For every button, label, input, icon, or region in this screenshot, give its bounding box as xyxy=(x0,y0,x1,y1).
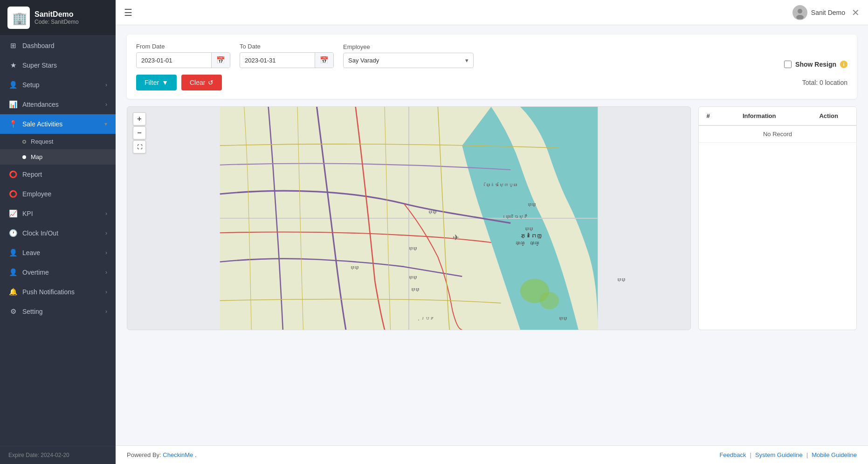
sidebar-item-label: Super Stars xyxy=(22,62,107,69)
main-area: ☰ Sanit Demo ✕ From Dat xyxy=(116,0,868,464)
sidebar-item-label: Setting xyxy=(22,308,105,315)
sale-activities-icon: 📍 xyxy=(8,119,18,129)
svg-text:ណ្ណូ: ណ្ណូ xyxy=(428,210,437,215)
svg-text:ប្រទ: ប្រទ xyxy=(418,316,434,321)
chevron-right-icon: › xyxy=(105,249,107,256)
sidebar-item-request[interactable]: Request xyxy=(0,134,116,149)
sidebar-item-employee[interactable]: ⭕ Employee xyxy=(0,184,116,204)
powered-by-text: Powered By: xyxy=(127,451,161,458)
table-header-row: # Information Action xyxy=(699,107,856,125)
bell-icon: 🔔 xyxy=(8,287,18,297)
table-head: # Information Action xyxy=(699,107,856,125)
sidebar-item-dashboard[interactable]: ⊞ Dashboard xyxy=(0,36,116,55)
show-resign-checkbox[interactable] xyxy=(784,61,792,68)
fullscreen-button[interactable]: ⛶ xyxy=(133,140,146,153)
footer: Powered By: CheckinMe . Feedback | Syste… xyxy=(116,445,868,464)
to-date-field: To Date 📅 xyxy=(240,43,334,68)
svg-text:ណ្ដែចស្លែបូណ: ណ្ដែចស្លែបូណ xyxy=(484,182,517,187)
chevron-right-icon: › xyxy=(105,230,107,236)
sidebar-item-report[interactable]: ⭕ Report xyxy=(0,165,116,184)
sidebar-item-label: Employee xyxy=(22,190,107,198)
svg-text:ណ្ណូ: ណ្ណូ xyxy=(409,246,417,251)
topbar-left: ☰ xyxy=(124,7,132,18)
separator-1: | xyxy=(750,451,751,458)
employee-select[interactable]: Say Varady xyxy=(344,53,461,68)
total-label: Total: 0 location xyxy=(802,79,847,86)
zoom-out-button[interactable]: − xyxy=(133,126,146,139)
system-guideline-link[interactable]: System Guideline xyxy=(755,451,803,458)
dot-icon xyxy=(22,140,26,144)
sidebar-item-push-notifications[interactable]: 🔔 Push Notifications › xyxy=(0,282,116,302)
topbar-right: Sanit Demo ✕ xyxy=(792,5,860,20)
svg-text:ណ្ណូ: ណ្ណូ xyxy=(528,202,536,207)
svg-text:ណ្ណូ: ណ្ណូ xyxy=(617,277,626,282)
to-date-label: To Date xyxy=(240,43,334,50)
show-resign-label[interactable]: Show Resign xyxy=(795,61,836,68)
period: . xyxy=(195,451,197,458)
svg-text:ណ្ណូ: ណ្ណូ xyxy=(559,316,567,321)
close-button[interactable]: ✕ xyxy=(852,7,860,18)
gear-icon: ⚙ xyxy=(8,307,18,316)
brand-link[interactable]: CheckinMe xyxy=(163,451,193,458)
show-resign-wrap: Show Resign i xyxy=(784,61,847,68)
refresh-icon: ↺ xyxy=(208,79,214,86)
filter-label: Filter xyxy=(145,79,159,86)
from-date-calendar-icon[interactable]: 📅 xyxy=(211,53,230,68)
sidebar-item-super-stars[interactable]: ★ Super Stars xyxy=(0,55,116,75)
sidebar-sub-label: Map xyxy=(31,153,42,160)
svg-text:🏢: 🏢 xyxy=(12,11,27,26)
chevron-right-icon: › xyxy=(105,101,107,108)
table-body: No Record xyxy=(699,125,856,143)
filter-fields: From Date 📅 To Date 📅 Employee xyxy=(136,43,847,68)
employee-icon: ⭕ xyxy=(8,189,18,199)
separator-2: | xyxy=(806,451,808,458)
col-action: Action xyxy=(801,107,856,125)
feedback-link[interactable]: Feedback xyxy=(719,451,746,458)
sidebar-item-clock-in-out[interactable]: 🕐 Clock In/Out › xyxy=(0,223,116,243)
chevron-right-icon: › xyxy=(105,82,107,88)
sidebar-item-kpi[interactable]: 📈 KPI › xyxy=(0,204,116,223)
map-controls: + − ⛶ xyxy=(133,112,146,153)
user-name: Sanit Demo xyxy=(811,9,845,16)
to-date-calendar-icon[interactable]: 📅 xyxy=(315,53,333,68)
sidebar-item-attendances[interactable]: 📊 Attendances › xyxy=(0,95,116,114)
footer-left: Powered By: CheckinMe . xyxy=(127,451,197,458)
mobile-guideline-link[interactable]: Mobile Guideline xyxy=(812,451,857,458)
filter-button[interactable]: Filter ▼ xyxy=(136,75,177,90)
overtime-icon: 👤 xyxy=(8,268,18,277)
menu-toggle-button[interactable]: ☰ xyxy=(124,7,132,18)
avatar xyxy=(792,5,807,20)
from-date-input[interactable] xyxy=(137,53,211,68)
zoom-in-button[interactable]: + xyxy=(133,112,146,125)
sidebar-item-setting[interactable]: ⚙ Setting › xyxy=(0,302,116,321)
sidebar-item-overtime[interactable]: 👤 Overtime › xyxy=(0,263,116,282)
clock-icon: 🕐 xyxy=(8,229,18,238)
clear-button[interactable]: Clear ↺ xyxy=(181,75,222,90)
brand-code: Code: SanitDemo xyxy=(34,19,79,25)
kpi-icon: 📈 xyxy=(8,209,18,218)
sidebar-item-setup[interactable]: 👤 Setup › xyxy=(0,75,116,95)
col-information: Information xyxy=(717,107,801,125)
svg-text:ណ្ដើចស្ទឺ: ណ្ដើចស្ទឺ xyxy=(503,214,528,219)
filter-panel: From Date 📅 To Date 📅 Employee xyxy=(127,35,857,99)
sidebar-item-map[interactable]: Map xyxy=(0,149,116,165)
to-date-input-wrap: 📅 xyxy=(240,52,334,68)
sidebar-item-label: Setup xyxy=(22,81,105,89)
chevron-down-icon: ▾ xyxy=(461,53,473,68)
chevron-down-icon: ▾ xyxy=(104,121,107,127)
sidebar: 🏢 SanitDemo Code: SanitDemo ⊞ Dashboard … xyxy=(0,0,116,464)
svg-point-9 xyxy=(540,292,559,309)
dot-icon xyxy=(22,155,26,159)
sidebar-sub-label: Request xyxy=(31,138,53,145)
table-row: No Record xyxy=(699,125,856,143)
clear-label: Clear xyxy=(190,79,205,86)
setup-icon: 👤 xyxy=(8,80,18,90)
from-date-label: From Date xyxy=(136,43,230,50)
to-date-input[interactable] xyxy=(240,53,315,68)
info-icon[interactable]: i xyxy=(840,61,847,68)
sidebar-item-sale-activities[interactable]: 📍 Sale Activities ▾ xyxy=(0,114,116,134)
sidebar-item-leave[interactable]: 👤 Leave › xyxy=(0,243,116,263)
employee-label: Employee xyxy=(343,43,474,50)
topbar: ☰ Sanit Demo ✕ xyxy=(116,0,868,25)
svg-text:ណ្ណូ: ណ្ណូ xyxy=(530,241,539,246)
